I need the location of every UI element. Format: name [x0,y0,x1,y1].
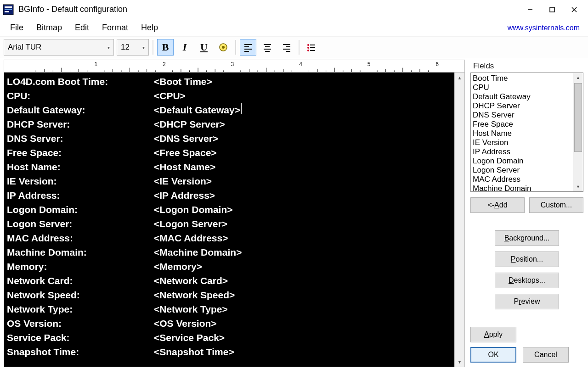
svg-text:5: 5 [368,61,371,67]
titlebar: BGInfo - Default configuration [0,0,588,19]
close-button[interactable] [563,0,585,19]
underline-button[interactable]: U [196,39,212,56]
fields-scrollbar[interactable]: ▲ ▼ [573,73,583,191]
fields-item[interactable]: IE Version [473,138,571,147]
editor-row: MAC Address:<MAC Address> [7,231,452,245]
scroll-thumb[interactable] [574,83,582,152]
editor-row: LO4D.com Boot Time:<Boot Time> [7,74,452,89]
editor-scrollbar[interactable]: ▲ ▼ [454,73,464,367]
toolbar-divider [153,40,153,55]
bullet-list-button[interactable] [303,39,320,56]
svg-rect-3 [5,11,9,12]
editor-value: <Default Gateway> [154,103,240,117]
editor-value: <IP Address> [154,188,215,202]
scroll-up-icon[interactable]: ▲ [455,73,464,83]
editor[interactable]: LO4D.com Boot Time:<Boot Time>CPU:<CPU>D… [4,73,454,367]
fields-item[interactable]: Free Space [473,120,571,129]
menubar: File Bitmap Edit Format Help www.sysinte… [0,19,588,37]
editor-label: Default Gateway: [7,103,154,117]
scroll-up-icon[interactable]: ▲ [573,73,583,82]
editor-value: <MAC Address> [154,231,228,245]
editor-row: DNS Server:<DNS Server> [7,131,452,145]
fields-title: Fields [473,62,583,71]
editor-value: <Snapshot Time> [154,345,234,359]
svg-rect-2 [5,9,12,10]
menu-bitmap[interactable]: Bitmap [30,21,68,34]
text-cursor [241,103,242,114]
desktops-button[interactable]: Desktops... [495,273,559,288]
editor-value: <Network Card> [154,274,228,288]
fields-item[interactable]: Host Name [473,129,571,138]
menu-format[interactable]: Format [96,21,135,34]
svg-point-9 [222,46,225,49]
font-family-value: Arial TUR [8,43,41,52]
fields-item[interactable]: Logon Server [473,166,571,175]
fields-panel: Fields Boot TimeCPUDefault GatewayDHCP S… [469,58,588,369]
svg-point-24 [307,47,309,49]
align-left-button[interactable] [240,39,256,56]
menu-edit[interactable]: Edit [68,21,96,34]
editor-column: 123456 LO4D.com Boot Time:<Boot Time>CPU… [0,58,469,369]
svg-point-22 [307,44,309,46]
fields-item[interactable]: CPU [473,83,571,92]
add-button[interactable]: <- Add [470,197,525,213]
fields-item[interactable]: DHCP Server [473,101,571,111]
fields-item[interactable]: DNS Server [473,111,571,120]
cancel-button[interactable]: Cancel [523,347,569,363]
sysinternals-link[interactable]: www.sysinternals.com [508,24,584,32]
fields-item[interactable]: Default Gateway [473,92,571,101]
editor-label: Service Pack: [7,330,154,345]
align-center-button[interactable] [259,39,276,56]
fields-item[interactable]: Machine Domain [473,184,571,191]
menu-help[interactable]: Help [135,21,164,34]
bold-button[interactable]: B [157,39,174,56]
fields-listbox[interactable]: Boot TimeCPUDefault GatewayDHCP ServerDN… [470,73,583,192]
editor-row: Network Type:<Network Type> [7,302,452,316]
background-button[interactable]: Background... [495,230,559,246]
editor-value: <Boot Time> [154,74,212,89]
chevron-down-icon: ▾ [142,45,145,50]
font-family-combo[interactable]: Arial TUR ▾ [4,39,114,56]
fields-item[interactable]: Boot Time [473,74,571,83]
app-icon [3,4,14,15]
ruler[interactable]: 123456 [4,60,465,73]
scroll-down-icon[interactable]: ▼ [455,357,464,367]
highlight-color-button[interactable] [215,39,232,56]
italic-button[interactable]: I [176,39,193,56]
editor-label: Network Speed: [7,288,154,302]
editor-label: Host Name: [7,160,154,174]
window-controls [519,0,585,19]
editor-label: Logon Server: [7,217,154,231]
editor-value: <Memory> [154,259,202,274]
ok-button[interactable]: OK [470,347,516,363]
toolbar-divider [235,40,236,55]
editor-wrap: LO4D.com Boot Time:<Boot Time>CPU:<CPU>D… [4,73,465,367]
editor-value: <IE Version> [154,174,212,188]
editor-value: <Logon Server> [154,217,227,231]
menu-file[interactable]: File [4,21,30,34]
main-area: 123456 LO4D.com Boot Time:<Boot Time>CPU… [0,58,588,369]
editor-label: IE Version: [7,174,154,188]
editor-value: <DHCP Server> [154,117,225,131]
font-size-combo[interactable]: 12 ▾ [117,39,149,56]
minimize-button[interactable] [519,0,541,19]
apply-button[interactable]: Apply [470,327,516,342]
fields-item[interactable]: MAC Address [473,175,571,184]
svg-text:3: 3 [231,61,234,67]
custom-button[interactable]: Custom... [529,197,583,213]
scroll-down-icon[interactable]: ▼ [573,182,583,191]
position-button[interactable]: Position... [495,252,559,267]
fields-item[interactable]: IP Address [473,147,571,157]
editor-row: CPU:<CPU> [7,89,452,103]
svg-text:1: 1 [94,61,97,67]
editor-row: IP Address:<IP Address> [7,188,452,202]
maximize-button[interactable] [541,0,563,19]
editor-row: Logon Domain:<Logon Domain> [7,202,452,217]
editor-value: <DNS Server> [154,131,218,145]
align-right-button[interactable] [278,39,295,56]
editor-row: Snapshot Time:<Snapshot Time> [7,345,452,359]
svg-rect-1 [5,6,12,8]
preview-button[interactable]: Preview [495,294,559,309]
fields-item[interactable]: Logon Domain [473,157,571,166]
editor-label: CPU: [7,89,154,103]
